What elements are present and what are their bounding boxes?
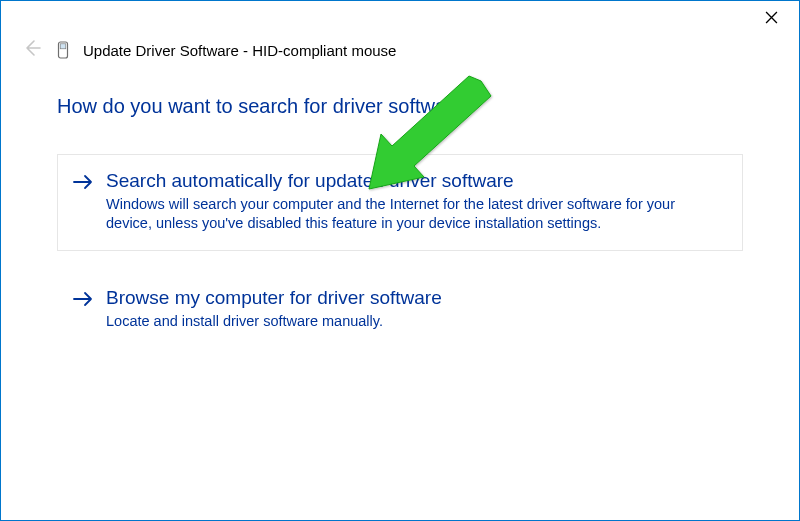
question-heading: How do you want to search for driver sof… [57, 95, 743, 118]
option-body: Browse my computer for driver software L… [106, 286, 724, 331]
close-button[interactable] [749, 4, 793, 32]
back-arrow-icon [22, 38, 42, 62]
dialog-window: Update Driver Software - HID-compliant m… [0, 0, 800, 521]
option-title: Browse my computer for driver software [106, 286, 724, 310]
option-description: Windows will search your computer and th… [106, 195, 724, 234]
close-icon [765, 10, 778, 27]
dialog-content: How do you want to search for driver sof… [1, 67, 799, 388]
option-browse-computer[interactable]: Browse my computer for driver software L… [57, 271, 743, 348]
device-icon [55, 40, 71, 60]
option-description: Locate and install driver software manua… [106, 312, 724, 332]
option-body: Search automatically for updated driver … [106, 169, 724, 234]
dialog-title: Update Driver Software - HID-compliant m… [83, 42, 396, 59]
dialog-header: Update Driver Software - HID-compliant m… [1, 35, 799, 67]
arrow-right-icon [72, 290, 94, 331]
svg-rect-1 [60, 44, 66, 49]
back-button[interactable] [21, 39, 43, 61]
option-title: Search automatically for updated driver … [106, 169, 724, 193]
arrow-right-icon [72, 173, 94, 234]
option-search-automatically[interactable]: Search automatically for updated driver … [57, 154, 743, 251]
titlebar [1, 1, 799, 35]
